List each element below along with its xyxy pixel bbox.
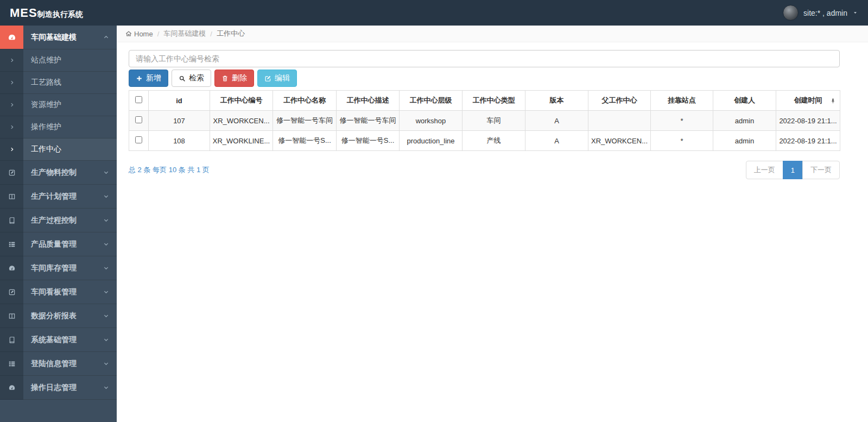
sidebar-group-label: 产品质量管理 (31, 240, 77, 249)
chevron-down-icon (103, 361, 109, 367)
chevron-down-icon (103, 313, 109, 319)
sidebar-group-label: 车间看板管理 (31, 287, 77, 297)
cell-name: 修一智能一号车间 (273, 111, 337, 131)
edit-icon (0, 280, 23, 304)
chevron-down-icon (103, 337, 109, 343)
cell-id: 107 (149, 111, 210, 131)
dashboard-icon (0, 256, 23, 280)
cell-description: 修一智能一号S... (337, 131, 400, 151)
column-header-code[interactable]: 工作中心编号 (210, 91, 273, 111)
search-input[interactable] (129, 50, 840, 67)
edit-button[interactable]: 编辑 (257, 70, 297, 87)
edit-icon (0, 161, 23, 185)
sidebar: 车间基础建模 站点维护 工艺路线 资源维护 操作维护 工作中心 生产物料控制 生… (0, 26, 117, 422)
caret-down-icon (852, 10, 858, 16)
pager: 上一页 1 下一页 (746, 161, 840, 179)
column-header-type[interactable]: 工作中心类型 (462, 91, 525, 111)
sidebar-group-system-basic-management[interactable]: 系统基础管理 (0, 328, 117, 352)
app-logo-main: MES (10, 6, 37, 20)
chevron-right-icon (0, 116, 23, 138)
column-header-version[interactable]: 版本 (525, 91, 588, 111)
sidebar-group-login-info-management[interactable]: 登陆信息管理 (0, 352, 117, 376)
app-logo-suffix: 制造执行系统 (37, 10, 83, 20)
sidebar-item-label: 工作中心 (31, 144, 61, 154)
column-header-parent[interactable]: 父工作中心 (588, 91, 651, 111)
sidebar-group-workshop-modeling[interactable]: 车间基础建模 (0, 26, 117, 49)
main-content: Home / 车间基础建模 / 工作中心 新增 检索 删除 编辑 (117, 26, 868, 422)
row-checkbox[interactable] (135, 136, 142, 143)
cell-code: XR_WORKLINE... (210, 131, 273, 151)
cell-type: 产线 (462, 131, 525, 151)
sidebar-group-production-material-control[interactable]: 生产物料控制 (0, 161, 117, 185)
sidebar-item-label: 工艺路线 (31, 78, 61, 87)
sidebar-group-label: 系统基础管理 (31, 335, 77, 345)
column-header-station[interactable]: 挂靠站点 (651, 91, 713, 111)
book-icon (0, 328, 23, 352)
add-button[interactable]: 新增 (129, 70, 168, 87)
chevron-right-icon (0, 72, 23, 94)
app-logo[interactable]: MES 制造执行系统 (10, 6, 83, 20)
sidebar-group-production-process-control[interactable]: 生产过程控制 (0, 209, 117, 232)
delete-button[interactable]: 删除 (214, 70, 254, 87)
column-header-id[interactable]: id (149, 91, 210, 111)
search-icon (179, 75, 186, 82)
chevron-down-icon (103, 385, 109, 390)
cell-type: 车间 (462, 111, 525, 131)
sidebar-item-resource-maintenance[interactable]: 资源维护 (0, 94, 117, 116)
sidebar-group-data-analysis-report[interactable]: 数据分析报表 (0, 304, 117, 328)
dashboard-icon (0, 26, 23, 49)
sidebar-item-process-route[interactable]: 工艺路线 (0, 72, 117, 94)
cell-version: A (525, 111, 588, 131)
cell-parent (588, 111, 651, 131)
edit-icon (264, 75, 271, 82)
sidebar-group-operation-log-management[interactable]: 操作日志管理 (0, 376, 117, 400)
sidebar-group-label: 生产计划管理 (31, 192, 77, 201)
sidebar-group-label: 生产物料控制 (31, 168, 77, 178)
user-label: site:* , admin (803, 9, 847, 17)
cell-name: 修一智能一号S... (273, 131, 337, 151)
chevron-down-icon (103, 241, 109, 247)
cell-station: * (651, 111, 713, 131)
cell-level: production_line (400, 131, 462, 151)
sidebar-item-label: 操作维护 (31, 122, 61, 132)
user-menu[interactable]: site:* , admin (783, 5, 858, 21)
row-checkbox[interactable] (135, 116, 142, 123)
chevron-up-icon (103, 34, 109, 40)
next-page-button[interactable]: 下一页 (802, 161, 840, 179)
table-row[interactable]: 108 XR_WORKLINE... 修一智能一号S... 修一智能一号S...… (129, 131, 840, 151)
pin-icon[interactable] (830, 97, 836, 105)
sidebar-group-production-plan-management[interactable]: 生产计划管理 (0, 185, 117, 209)
sidebar-group-label: 车间库存管理 (31, 263, 77, 273)
sidebar-group-workshop-inventory-management[interactable]: 车间库存管理 (0, 256, 117, 280)
sidebar-group-workshop-kanban-management[interactable]: 车间看板管理 (0, 280, 117, 304)
sidebar-group-label: 生产过程控制 (31, 216, 77, 225)
cell-parent: XR_WORKCEN... (588, 131, 651, 151)
work-center-table: id 工作中心编号 工作中心名称 工作中心描述 工作中心层级 工作中心类型 版本… (129, 90, 840, 151)
table-row[interactable]: 107 XR_WORKCEN... 修一智能一号车间 修一智能一号车间 work… (129, 111, 840, 131)
book-icon (0, 209, 23, 232)
cell-level: workshop (400, 111, 462, 131)
column-header-name[interactable]: 工作中心名称 (273, 91, 337, 111)
search-button[interactable]: 检索 (172, 70, 211, 87)
pagination-bar: 总 2 条 每页 10 条 共 1 页 上一页 1 下一页 (129, 161, 840, 179)
column-header-creator[interactable]: 创建人 (713, 91, 776, 111)
sidebar-group-product-quality-management[interactable]: 产品质量管理 (0, 232, 117, 256)
sidebar-item-operation-maintenance[interactable]: 操作维护 (0, 116, 117, 138)
sidebar-item-work-center[interactable]: 工作中心 (0, 138, 117, 161)
select-all-checkbox[interactable] (135, 96, 142, 103)
cell-code: XR_WORKCEN... (210, 111, 273, 131)
sidebar-item-station-maintenance[interactable]: 站点维护 (0, 49, 117, 72)
breadcrumb-item-workshop-modeling[interactable]: 车间基础建模 (163, 29, 206, 39)
toolbar: 新增 检索 删除 编辑 (129, 70, 840, 87)
prev-page-button[interactable]: 上一页 (746, 161, 783, 179)
page-1-button[interactable]: 1 (783, 161, 803, 179)
breadcrumb-home-link[interactable]: Home (125, 30, 153, 38)
chevron-right-icon (0, 138, 23, 161)
column-header-description[interactable]: 工作中心描述 (337, 91, 400, 111)
sidebar-group-label: 登陆信息管理 (31, 359, 77, 369)
columns-icon (0, 185, 23, 209)
column-header-level[interactable]: 工作中心层级 (400, 91, 462, 111)
avatar (783, 5, 799, 21)
column-header-created-time[interactable]: 创建时间 (776, 91, 840, 111)
cell-description: 修一智能一号车间 (337, 111, 400, 131)
